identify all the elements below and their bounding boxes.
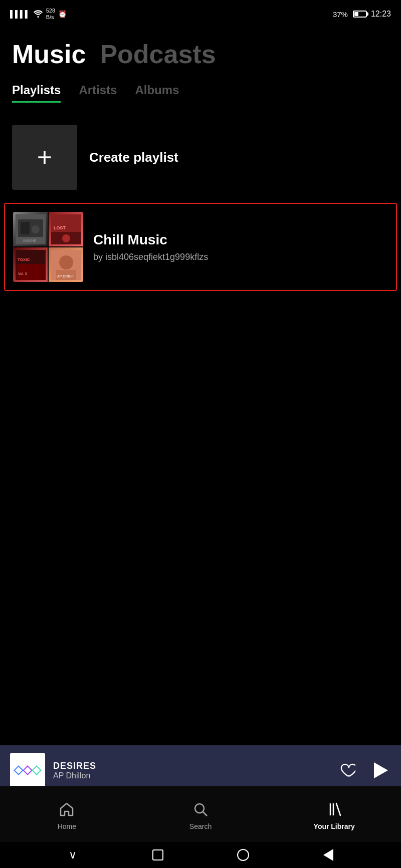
- nav-item-library[interactable]: Your Library: [267, 800, 401, 830]
- svg-text:LOST: LOST: [54, 225, 66, 230]
- tab-playlists[interactable]: Playlists: [12, 83, 61, 103]
- header-tabs: Music Podcasts: [12, 41, 389, 67]
- svg-text:INSANE: INSANE: [23, 239, 36, 242]
- home-icon: [58, 800, 76, 818]
- album-art-diamonds: [15, 767, 40, 774]
- tab-music[interactable]: Music: [12, 41, 86, 67]
- diamond-purple: [23, 765, 33, 775]
- svg-point-0: [37, 16, 39, 18]
- wifi-icon: [33, 10, 43, 19]
- create-playlist-button[interactable]: + Create playlist: [12, 117, 389, 198]
- diamond-teal: [32, 765, 42, 775]
- system-home-button[interactable]: [236, 848, 250, 862]
- now-playing-artist: AP Dhillon: [53, 771, 331, 780]
- battery-percent: 37%: [333, 10, 348, 19]
- nav-item-home[interactable]: Home: [0, 800, 134, 830]
- thumb-4: AP Dhillon: [49, 247, 83, 282]
- data-speed-text: 528 B/s: [46, 8, 55, 21]
- now-playing-info: DESIRES AP Dhillon: [53, 761, 331, 780]
- svg-point-4: [32, 225, 40, 233]
- status-right: 37% 12:23: [333, 10, 391, 19]
- playlist-author: by isbl406seqfiekt1g999kflzs: [93, 252, 388, 262]
- playlist-thumbnail: INSANE LOST TOXIC Vol. 3: [13, 212, 83, 282]
- now-playing-controls: [339, 759, 391, 781]
- play-icon: [374, 762, 388, 778]
- svg-rect-3: [21, 222, 30, 234]
- thumb-1: INSANE: [13, 212, 48, 246]
- svg-point-18: [195, 804, 204, 813]
- play-button[interactable]: [369, 759, 391, 781]
- nav-label-library: Your Library: [314, 822, 355, 830]
- system-back-button[interactable]: [321, 848, 335, 862]
- tab-podcasts[interactable]: Podcasts: [100, 41, 216, 67]
- system-recents-button[interactable]: [151, 848, 165, 862]
- bottom-nav: Home Search Your Library: [0, 786, 401, 842]
- create-playlist-label: Create playlist: [89, 150, 178, 165]
- status-bar: ▌▌▌▌ 528 B/s ⏰ 37% 12:23: [0, 0, 401, 26]
- svg-text:TOXIC: TOXIC: [18, 257, 30, 262]
- system-nav-bar: ∨: [0, 842, 401, 868]
- tab-artists[interactable]: Artists: [79, 83, 117, 103]
- time-display: 12:23: [371, 10, 391, 19]
- status-left: ▌▌▌▌ 528 B/s ⏰: [10, 8, 67, 21]
- main-content: Music Podcasts Playlists Artists Albums …: [0, 26, 401, 291]
- alarm-icon: ⏰: [58, 10, 67, 18]
- svg-text:AP Dhillon: AP Dhillon: [57, 274, 74, 278]
- nav-label-home: Home: [58, 822, 76, 830]
- thumb-3: TOXIC Vol. 3: [13, 247, 48, 282]
- now-playing-thumbnail: [10, 753, 45, 788]
- thumb-2: LOST: [49, 212, 83, 246]
- now-playing-title: DESIRES: [53, 761, 331, 771]
- nav-label-search: Search: [189, 822, 212, 830]
- sub-tabs: Playlists Artists Albums: [12, 83, 389, 103]
- plus-icon: +: [37, 144, 52, 170]
- search-icon: [191, 800, 210, 818]
- playlist-info: Chill Music by isbl406seqfiekt1g999kflzs: [93, 232, 388, 262]
- battery-icon: [352, 11, 367, 18]
- signal-icon: ▌▌▌▌: [10, 10, 30, 18]
- tab-albums[interactable]: Albums: [135, 83, 179, 103]
- create-playlist-icon: +: [12, 125, 77, 190]
- diamond-blue: [14, 765, 24, 775]
- svg-text:Vol. 3: Vol. 3: [18, 272, 27, 275]
- like-button[interactable]: [339, 761, 357, 779]
- svg-line-19: [203, 812, 207, 816]
- library-icon: [325, 800, 343, 818]
- svg-point-9: [62, 234, 70, 242]
- nav-item-search[interactable]: Search: [134, 800, 268, 830]
- playlist-name: Chill Music: [93, 232, 388, 248]
- playlist-item-chill-music[interactable]: INSANE LOST TOXIC Vol. 3: [4, 203, 397, 291]
- system-down-button[interactable]: ∨: [66, 848, 80, 862]
- svg-point-15: [59, 255, 73, 269]
